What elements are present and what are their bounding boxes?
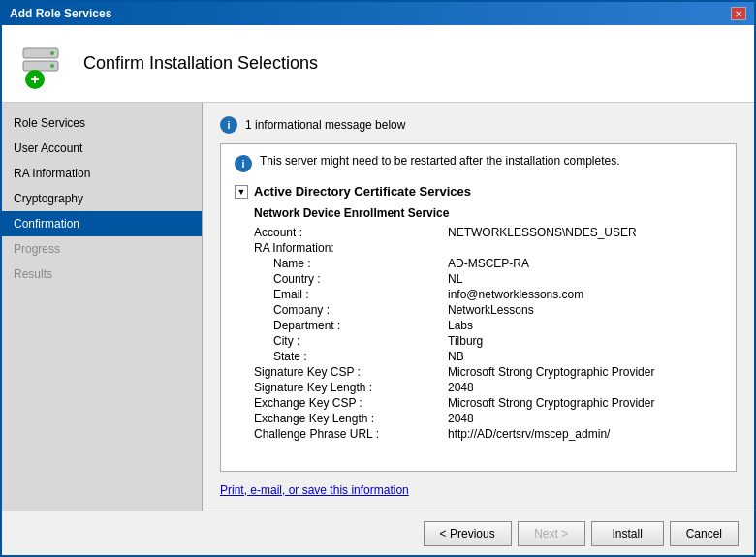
row-label: Email : bbox=[254, 288, 448, 301]
row-label: Department : bbox=[254, 319, 448, 332]
row-value: Labs bbox=[448, 319, 473, 332]
main-content: i 1 informational message below i This s… bbox=[203, 103, 754, 511]
sidebar-item-results: Results bbox=[2, 262, 202, 287]
row-value: Tilburg bbox=[448, 334, 483, 348]
previous-button[interactable]: < Previous bbox=[424, 521, 512, 546]
warning-text: This server might need to be restarted a… bbox=[260, 154, 620, 168]
title-bar: Add Role Services ✕ bbox=[2, 2, 754, 25]
detail-box: i This server might need to be restarted… bbox=[220, 143, 737, 472]
table-row: RA Information: bbox=[254, 241, 722, 255]
svg-point-3 bbox=[50, 64, 54, 68]
row-label: City : bbox=[254, 334, 448, 348]
row-label: Signature Key CSP : bbox=[254, 365, 448, 379]
table-row: Signature Key CSP :Microsoft Strong Cryp… bbox=[254, 365, 722, 379]
info-message-text: 1 informational message below bbox=[245, 118, 405, 132]
row-value: info@networklessons.com bbox=[448, 288, 583, 301]
collapse-icon[interactable]: ▼ bbox=[235, 185, 248, 199]
row-value: NL bbox=[448, 272, 462, 286]
section-title: Active Directory Certificate Services bbox=[254, 184, 471, 199]
row-value: 2048 bbox=[448, 381, 474, 394]
table-row: Signature Key Length :2048 bbox=[254, 381, 722, 394]
close-button[interactable]: ✕ bbox=[731, 7, 746, 20]
table-row: Account :NETWORKLESSONS\NDES_USER bbox=[254, 226, 722, 239]
sidebar: Role ServicesUser AccountRA InformationC… bbox=[2, 103, 203, 511]
header-area: Confirm Installation Selections bbox=[2, 25, 754, 103]
row-label: State : bbox=[254, 350, 448, 363]
row-value: Microsoft Strong Cryptographic Provider bbox=[448, 365, 654, 379]
install-button[interactable]: Install bbox=[591, 521, 664, 546]
print-link[interactable]: Print, e-mail, or save this information bbox=[220, 483, 737, 497]
window-title: Add Role Services bbox=[10, 7, 111, 20]
data-table: Account :NETWORKLESSONS\NDES_USERRA Info… bbox=[254, 226, 722, 441]
table-row: Name :AD-MSCEP-RA bbox=[254, 257, 722, 270]
service-name: Network Device Enrollment Service bbox=[254, 206, 722, 220]
row-value: AD-MSCEP-RA bbox=[448, 257, 529, 270]
sidebar-item-role-services[interactable]: Role Services bbox=[2, 110, 202, 136]
sidebar-item-cryptography[interactable]: Cryptography bbox=[2, 186, 202, 211]
row-label: Account : bbox=[254, 226, 448, 239]
table-row: Country :NL bbox=[254, 272, 722, 286]
info-message-row: i 1 informational message below bbox=[220, 116, 737, 134]
cancel-button[interactable]: Cancel bbox=[670, 521, 739, 546]
sidebar-item-user-account[interactable]: User Account bbox=[2, 136, 202, 161]
row-label: RA Information: bbox=[254, 241, 448, 255]
table-row: State :NB bbox=[254, 350, 722, 363]
sidebar-item-progress: Progress bbox=[2, 236, 202, 262]
row-value: http://AD/certsrv/mscep_admin/ bbox=[448, 427, 610, 441]
next-button[interactable]: Next > bbox=[518, 521, 585, 546]
table-row: Email :info@networklessons.com bbox=[254, 288, 722, 301]
section-header: ▼ Active Directory Certificate Services bbox=[235, 184, 722, 199]
row-label: Company : bbox=[254, 303, 448, 317]
svg-rect-6 bbox=[34, 76, 36, 83]
add-role-services-window: Add Role Services ✕ Confirm Installation… bbox=[0, 0, 756, 557]
warning-icon: i bbox=[235, 155, 252, 172]
row-label: Exchange Key CSP : bbox=[254, 396, 448, 410]
row-label: Challenge Phrase URL : bbox=[254, 427, 448, 441]
info-icon: i bbox=[220, 116, 237, 134]
row-label: Exchange Key Length : bbox=[254, 412, 448, 425]
header-icon bbox=[17, 39, 68, 89]
sidebar-item-ra-information[interactable]: RA Information bbox=[2, 161, 202, 186]
row-label: Name : bbox=[254, 257, 448, 270]
table-row: City :Tilburg bbox=[254, 334, 722, 348]
row-value: 2048 bbox=[448, 412, 474, 425]
table-row: Exchange Key CSP :Microsoft Strong Crypt… bbox=[254, 396, 722, 410]
warning-row: i This server might need to be restarted… bbox=[235, 154, 722, 172]
footer: < Previous Next > Install Cancel bbox=[2, 511, 754, 555]
row-label: Country : bbox=[254, 272, 448, 286]
sidebar-item-confirmation[interactable]: Confirmation bbox=[2, 211, 202, 236]
table-row: Challenge Phrase URL :http://AD/certsrv/… bbox=[254, 427, 722, 441]
table-row: Department :Labs bbox=[254, 319, 722, 332]
row-value: NETWORKLESSONS\NDES_USER bbox=[448, 226, 637, 239]
row-value: NB bbox=[448, 350, 464, 363]
row-value: Microsoft Strong Cryptographic Provider bbox=[448, 396, 654, 410]
page-title: Confirm Installation Selections bbox=[83, 53, 318, 74]
svg-point-1 bbox=[50, 51, 54, 55]
table-row: Company :NetworkLessons bbox=[254, 303, 722, 317]
row-label: Signature Key Length : bbox=[254, 381, 448, 394]
content-area: Role ServicesUser AccountRA InformationC… bbox=[2, 103, 754, 511]
table-row: Exchange Key Length :2048 bbox=[254, 412, 722, 425]
row-value: NetworkLessons bbox=[448, 303, 534, 317]
